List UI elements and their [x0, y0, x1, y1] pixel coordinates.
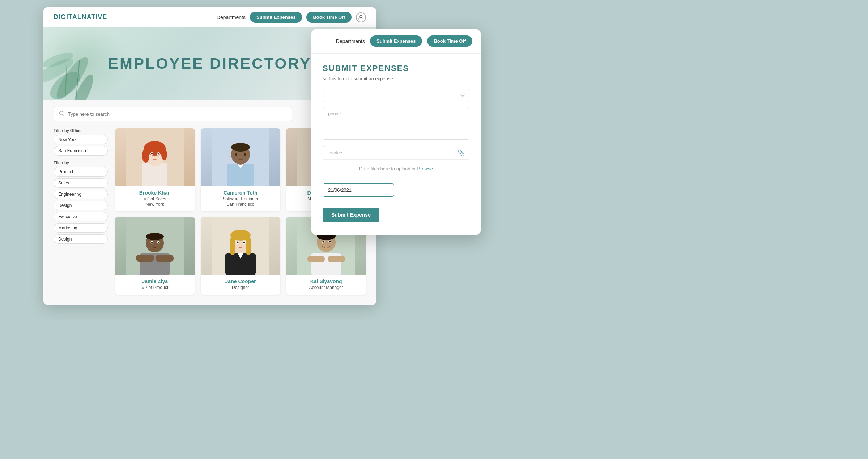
hero-title: EMPLOYEE DIRECTORY — [108, 55, 311, 72]
employee-info-cameron: Cameron Toth Software Engineer San Franc… — [201, 186, 281, 211]
svg-point-70 — [322, 241, 324, 243]
filter-marketing[interactable]: Marketing — [54, 223, 108, 233]
expense-description[interactable] — [323, 107, 469, 140]
main-navbar: DIGITALNATIVE Departments Submit Expense… — [43, 7, 376, 27]
category-row: Travel Meals Software Office Supplies Ot… — [323, 89, 469, 102]
file-upload-header: Invoice 📎 — [323, 146, 469, 160]
employee-title-cameron: Software Engineer — [204, 196, 278, 201]
filter-design[interactable]: Design — [54, 201, 108, 210]
employee-photo-cameron — [201, 128, 281, 186]
employee-title-jane: Designer — [204, 285, 278, 290]
svg-rect-17 — [142, 163, 167, 186]
employee-photo-jamie — [115, 217, 195, 275]
svg-point-3 — [43, 54, 76, 87]
svg-point-34 — [244, 153, 246, 156]
svg-point-23 — [151, 153, 153, 155]
employee-name-kai: Kai Siyavong — [289, 279, 363, 284]
filter-dept-label: Filter by — [54, 161, 108, 165]
submit-nav-book-time-off-btn[interactable]: Book Time Off — [427, 35, 472, 47]
svg-point-72 — [329, 241, 331, 243]
filter-new-york[interactable]: New York — [54, 135, 108, 144]
svg-rect-46 — [156, 255, 174, 262]
svg-rect-45 — [136, 255, 154, 262]
filter-product[interactable]: Product — [54, 167, 108, 177]
filter-executive[interactable]: Executive — [54, 212, 108, 221]
svg-line-15 — [63, 115, 64, 116]
employee-info-kai: Kai Siyavong Account Manager — [286, 275, 366, 295]
nav-departments[interactable]: Departments — [217, 14, 246, 20]
filter-office-label: Filter by Office — [54, 128, 108, 133]
submit-nav-submit-expenses-btn[interactable]: Submit Expenses — [370, 35, 422, 47]
employee-title-jamie: VP of Product — [118, 285, 192, 290]
date-input[interactable] — [323, 183, 394, 197]
submit-nav-departments[interactable]: Departments — [336, 38, 365, 44]
filter-engineering[interactable]: Engineering — [54, 190, 108, 199]
employee-title-brooke: VP of Sales — [118, 196, 192, 201]
employee-photo-brooke — [115, 128, 195, 186]
employee-location-brooke: New York — [118, 202, 192, 207]
svg-point-33 — [235, 153, 237, 156]
employee-info-jane: Jane Cooper Designer — [201, 275, 281, 295]
svg-point-0 — [360, 15, 362, 17]
category-select[interactable]: Travel Meals Software Office Supplies Ot… — [323, 89, 469, 102]
date-row — [323, 183, 469, 197]
svg-point-52 — [158, 242, 159, 243]
svg-point-60 — [237, 242, 238, 243]
employee-location-cameron: San Francisco — [204, 202, 278, 207]
description-row — [323, 107, 469, 141]
file-label: Invoice — [327, 150, 342, 156]
nav-actions: Departments Submit Expenses Book Time Of… — [217, 12, 366, 23]
nav-submit-expenses-btn[interactable]: Submit Expenses — [250, 12, 302, 23]
user-avatar-icon[interactable] — [356, 12, 366, 22]
employee-card-brooke[interactable]: Brooke Khan VP of Sales New York — [115, 128, 195, 211]
file-drag-text: Drag files here to upload or — [359, 166, 417, 171]
svg-rect-57 — [230, 237, 235, 255]
svg-rect-65 — [307, 256, 325, 262]
submit-navbar: Departments Submit Expenses Book Time Of… — [311, 29, 481, 54]
employee-info-brooke: Brooke Khan VP of Sales New York — [115, 186, 195, 211]
svg-point-4 — [69, 72, 97, 100]
employee-card-jamie[interactable]: Jamie Ziya VP of Product — [115, 217, 195, 295]
filter-san-francisco[interactable]: San Francisco — [54, 146, 108, 156]
employee-name-cameron: Cameron Toth — [204, 190, 278, 196]
svg-point-1 — [46, 67, 85, 100]
svg-point-50 — [151, 242, 153, 243]
submit-title: SUBMIT EXPENSES — [323, 64, 469, 73]
attachment-icon: 📎 — [458, 149, 465, 156]
submit-subtitle: se this form to submit an expense. — [323, 76, 469, 81]
submit-expense-btn[interactable]: Submit Expense — [323, 208, 379, 222]
file-upload-area[interactable]: Invoice 📎 Drag files here to upload or B… — [323, 146, 469, 178]
svg-point-5 — [43, 50, 75, 70]
filter-sidebar: Filter by Office New York San Francisco … — [54, 128, 108, 295]
submit-window: Departments Submit Expenses Book Time Of… — [311, 29, 481, 235]
file-browse-link[interactable]: Browse — [417, 166, 433, 171]
filter-sales[interactable]: Sales — [54, 178, 108, 188]
svg-point-2 — [52, 53, 93, 100]
brand-logo: DIGITALNATIVE — [54, 13, 107, 21]
svg-line-6 — [65, 64, 67, 100]
svg-point-25 — [158, 153, 159, 155]
svg-point-29 — [231, 143, 250, 152]
employee-info-jamie: Jamie Ziya VP of Product — [115, 275, 195, 295]
svg-point-21 — [161, 149, 167, 160]
employee-card-jane[interactable]: Jane Cooper Designer — [201, 217, 281, 295]
svg-point-20 — [142, 148, 149, 163]
nav-book-time-off-btn[interactable]: Book Time Off — [306, 12, 352, 23]
employee-name-brooke: Brooke Khan — [118, 190, 192, 196]
search-container — [54, 107, 292, 121]
search-input[interactable] — [68, 111, 287, 117]
svg-line-7 — [76, 60, 80, 100]
search-icon — [59, 111, 64, 118]
svg-rect-66 — [328, 256, 345, 262]
submit-content: SUBMIT EXPENSES se this form to submit a… — [311, 54, 481, 235]
svg-rect-58 — [246, 237, 251, 255]
svg-point-62 — [243, 242, 245, 243]
employee-name-jane: Jane Cooper — [204, 279, 278, 284]
file-drop-zone[interactable]: Drag files here to upload or Browse — [323, 160, 469, 178]
employee-photo-jane — [201, 217, 281, 275]
svg-point-48 — [146, 233, 164, 240]
filter-design-2[interactable]: Design — [54, 234, 108, 244]
employee-title-kai: Account Manager — [289, 285, 363, 290]
employee-name-jamie: Jamie Ziya — [118, 279, 192, 284]
employee-card-cameron[interactable]: Cameron Toth Software Engineer San Franc… — [201, 128, 281, 211]
